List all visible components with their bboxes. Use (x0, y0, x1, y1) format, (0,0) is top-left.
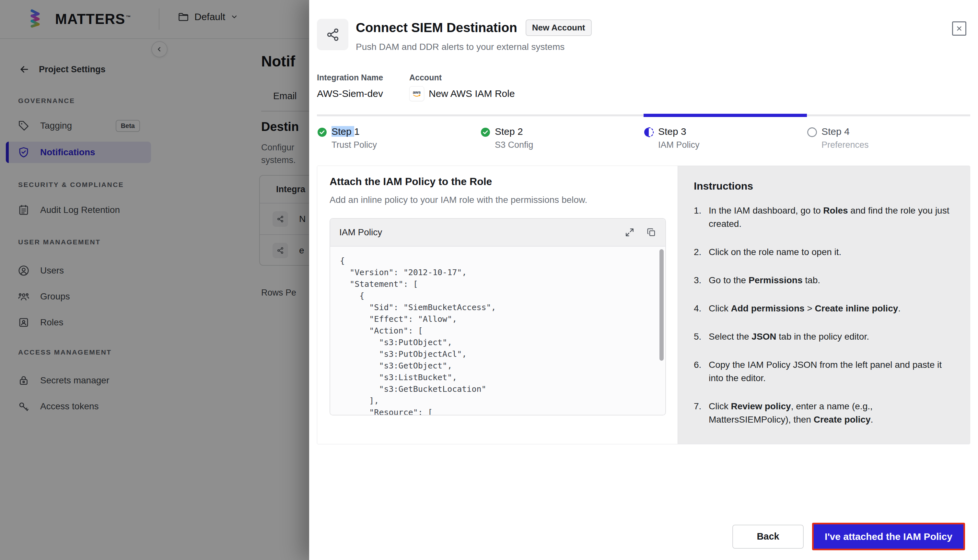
back-button[interactable]: Back (732, 525, 804, 549)
pane-heading: Attach the IAM Policy to the Role (330, 176, 678, 188)
instruction-item: In the IAM dashboard, go to Roles and fi… (694, 204, 957, 230)
account-value-text: New AWS IAM Role (429, 88, 515, 99)
modal-meta: Integration Name AWS-Siem-dev Account aw… (317, 73, 970, 101)
share-icon (317, 19, 348, 50)
modal-head-text: Connect SIEM Destination New Account Pus… (356, 19, 592, 52)
step-text: Step 4 Preferences (821, 126, 869, 150)
instructions-title: Instructions (694, 180, 957, 192)
stepper-progress-track (317, 114, 970, 117)
aws-wordmark: aws (413, 90, 421, 95)
step-label: Step 3 (658, 126, 700, 137)
step-3: Step 3 IAM Policy (643, 126, 807, 150)
code-card-header: IAM Policy (330, 219, 665, 247)
step-complete-icon (317, 127, 327, 137)
step-2: Step 2 S3 Config (480, 126, 643, 150)
step-label: Step 2 (495, 126, 533, 137)
modal-title: Connect SIEM Destination (356, 20, 517, 35)
attached-iam-policy-button[interactable]: I've attached the IAM Policy (812, 523, 965, 550)
step-sublabel: Trust Policy (332, 140, 377, 150)
integration-name-value: AWS-Siem-dev (317, 87, 409, 101)
step-complete-icon (480, 127, 491, 137)
instructions-list: In the IAM dashboard, go to Roles and fi… (694, 204, 957, 426)
new-account-badge: New Account (526, 20, 592, 36)
modal-footer: Back I've attached the IAM Policy (732, 523, 965, 550)
instruction-item: Click Add permissions > Create inline po… (694, 302, 957, 315)
step-text: Step 1 Trust Policy (332, 126, 377, 150)
instruction-item: Click Review policy, enter a name (e.g.,… (694, 400, 957, 426)
instruction-item: Copy the IAM Policy JSON from the left p… (694, 358, 957, 385)
step-1: Step 1 Trust Policy (317, 126, 480, 150)
modal-header: Connect SIEM Destination New Account Pus… (317, 19, 968, 52)
pane-subheading: Add an inline policy to your IAM role wi… (330, 195, 678, 205)
step-content: Attach the IAM Policy to the Role Add an… (317, 166, 970, 444)
expand-icon[interactable] (625, 227, 635, 238)
copy-icon[interactable] (646, 228, 656, 237)
step-label: Step 4 (821, 126, 869, 137)
code-scrollbar-thumb[interactable] (660, 249, 664, 361)
step-sublabel: Preferences (821, 140, 869, 150)
progress-track-current-segment (643, 114, 807, 117)
account-field: Account aws New AWS IAM Role (409, 73, 515, 101)
modal-subtitle: Push DAM and DDR alerts to your external… (356, 42, 592, 52)
iam-policy-code: { "Version": "2012-10-17", "Statement": … (330, 247, 665, 415)
instruction-item: Go to the Permissions tab. (694, 273, 957, 287)
account-value: aws New AWS IAM Role (409, 87, 515, 101)
code-body: { "Version": "2012-10-17", "Statement": … (330, 247, 665, 415)
stepper: Step 1 Trust Policy Step 2 S3 Config (317, 126, 970, 150)
iam-policy-pane: Attach the IAM Policy to the Role Add an… (317, 166, 678, 444)
step-sublabel: S3 Config (495, 140, 533, 150)
instruction-item: Select the JSON tab in the policy editor… (694, 330, 957, 343)
instructions-pane: Instructions In the IAM dashboard, go to… (678, 166, 970, 444)
step-text: Step 2 S3 Config (495, 126, 533, 150)
account-label: Account (409, 73, 515, 82)
step-sublabel: IAM Policy (658, 140, 700, 150)
screen: MATTERS™ Default (0, 0, 978, 560)
code-card-title: IAM Policy (339, 227, 382, 238)
code-card-actions (625, 227, 656, 238)
step-current-icon (643, 127, 654, 137)
integration-name-label: Integration Name (317, 73, 409, 82)
aws-logo-icon: aws (409, 86, 424, 101)
step-upcoming-icon (807, 127, 817, 137)
close-button[interactable] (952, 22, 966, 36)
connect-siem-destination-modal: Connect SIEM Destination New Account Pus… (309, 0, 978, 560)
step-label: Step 1 (332, 126, 377, 137)
iam-policy-code-card: IAM Policy (330, 218, 666, 415)
step-4: Step 4 Preferences (807, 126, 970, 150)
integration-name-field: Integration Name AWS-Siem-dev (317, 73, 409, 101)
instruction-item: Click on the role name to open it. (694, 245, 957, 258)
step-text: Step 3 IAM Policy (658, 126, 700, 150)
